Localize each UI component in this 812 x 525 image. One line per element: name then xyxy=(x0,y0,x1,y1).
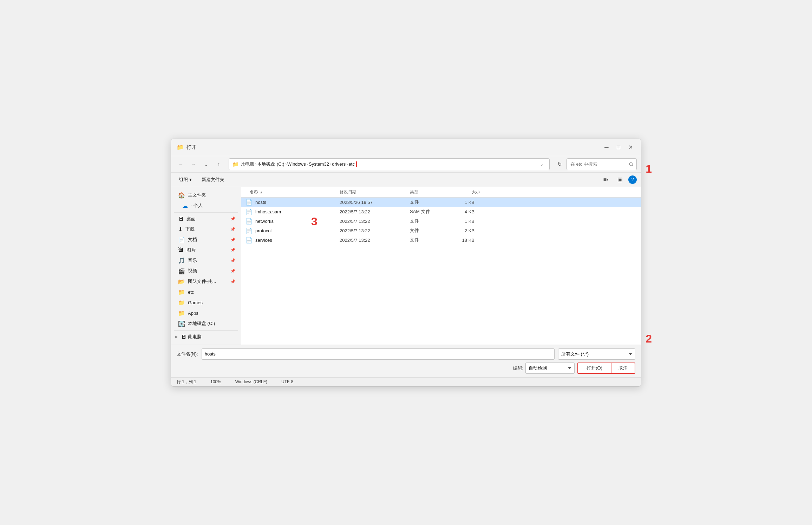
action-buttons: 打开(O) 取消 xyxy=(577,363,635,374)
sidebar-home-label: 主文件夹 xyxy=(188,192,235,198)
music-icon: 🎵 xyxy=(178,257,185,264)
file-type-protocol: 文件 xyxy=(410,227,452,234)
file-name-protocol: protocol xyxy=(255,228,271,233)
sidebar: 🏠 主文件夹 ☁ - 个人 🖥 桌面 📌 ⬇ 下载 xyxy=(171,187,241,345)
filename-input[interactable] xyxy=(202,348,555,360)
file-type-services: 文件 xyxy=(410,237,452,243)
sidebar-item-home[interactable]: 🏠 主文件夹 xyxy=(172,190,240,200)
home-icon: 🏠 xyxy=(178,192,185,199)
window-title: 打开 xyxy=(186,144,599,151)
sidebar-item-pictures[interactable]: 🖼 图片 📌 xyxy=(172,245,240,255)
file-date-hosts: 2023/5/26 19:57 xyxy=(340,200,410,205)
pin-icon: 📌 xyxy=(230,217,235,221)
breadcrumb-c[interactable]: 本地磁盘 (C:) xyxy=(257,161,284,167)
breadcrumb-windows[interactable]: Windows xyxy=(287,161,306,167)
file-size-services: 18 KB xyxy=(452,238,480,243)
sidebar-onedrive-label: - 个人 xyxy=(191,202,235,209)
sidebar-item-downloads[interactable]: ⬇ 下载 📌 xyxy=(172,224,240,234)
sidebar-item-music[interactable]: 🎵 音乐 📌 xyxy=(172,255,240,266)
file-date-networks: 2022/5/7 13:22 xyxy=(340,219,410,224)
file-size-hosts: 1 KB xyxy=(452,200,480,205)
file-name-networks: networks xyxy=(255,219,274,224)
new-folder-button[interactable]: 新建文件夹 xyxy=(198,175,228,184)
local-disk-icon: 💽 xyxy=(178,320,185,327)
col-size-header[interactable]: 大小 xyxy=(452,189,480,195)
close-button[interactable]: ✕ xyxy=(626,142,635,152)
status-position: 行 1，列 1 xyxy=(177,379,196,385)
refresh-button[interactable]: ↻ xyxy=(554,159,565,170)
organize-button[interactable]: 组织 ▾ xyxy=(175,175,195,184)
help-icon-button[interactable]: ? xyxy=(628,175,637,184)
cursor-indicator xyxy=(356,161,357,167)
history-dropdown-button[interactable]: ⌄ xyxy=(201,159,212,170)
sidebar-this-pc-label: 此电脑 xyxy=(188,334,237,340)
desktop-icon: 🖥 xyxy=(178,216,184,222)
sidebar-local-disk-label: 本地磁盘 (C:) xyxy=(188,320,235,327)
forward-button[interactable]: → xyxy=(188,159,199,170)
sidebar-this-pc-header[interactable]: ▶ 🖥 此电脑 xyxy=(171,332,241,342)
table-row[interactable]: 📄 protocol 2022/5/7 13:22 文件 2 KB xyxy=(241,226,641,235)
window-controls: ─ □ ✕ xyxy=(602,142,635,152)
minimize-button[interactable]: ─ xyxy=(602,142,611,152)
status-zoom: 100% xyxy=(210,379,221,384)
col-date-header[interactable]: 修改日期 xyxy=(340,189,410,195)
sidebar-item-onedrive[interactable]: ☁ - 个人 xyxy=(172,201,240,211)
sidebar-music-label: 音乐 xyxy=(188,257,228,264)
pin-icon-7: 📌 xyxy=(230,279,235,284)
sidebar-games-label: Games xyxy=(188,300,235,305)
pane-icon-button[interactable]: ▣ xyxy=(614,174,626,185)
new-folder-label: 新建文件夹 xyxy=(202,177,224,183)
downloads-icon: ⬇ xyxy=(178,226,183,233)
sidebar-videos-label: 视频 xyxy=(188,268,228,274)
address-dropdown-button[interactable]: ⌄ xyxy=(537,160,546,168)
annotation-2: 2 xyxy=(646,332,652,345)
up-button[interactable]: ↑ xyxy=(213,159,224,170)
sidebar-desktop-label: 桌面 xyxy=(186,216,228,222)
address-bar[interactable]: 📁 此电脑 › 本地磁盘 (C:) › Windows › System32 ›… xyxy=(229,158,550,170)
file-name-lmhosts: lmhosts.sam xyxy=(255,209,281,214)
sidebar-item-local-disk[interactable]: 💽 本地磁盘 (C:) xyxy=(172,319,240,329)
sidebar-item-documents[interactable]: 📄 文档 📌 xyxy=(172,235,240,245)
file-list-header: 名称 ▲ 修改日期 类型 大小 xyxy=(241,187,641,198)
file-size-lmhosts: 4 KB xyxy=(452,209,480,214)
sidebar-item-apps[interactable]: 📁 Apps xyxy=(172,308,240,318)
maximize-button[interactable]: □ xyxy=(614,142,623,152)
open-button[interactable]: 打开(O) xyxy=(577,363,611,374)
sidebar-item-desktop[interactable]: 🖥 桌面 📌 xyxy=(172,214,240,224)
file-doc-icon: 📄 xyxy=(245,237,253,244)
sidebar-item-games[interactable]: 📁 Games xyxy=(172,298,240,308)
videos-icon: 🎬 xyxy=(178,268,185,274)
apps-folder-icon: 📁 xyxy=(178,310,185,317)
sidebar-item-etc[interactable]: 📁 etc xyxy=(172,287,240,297)
col-name-header[interactable]: 名称 ▲ xyxy=(241,189,340,195)
view-icon-button[interactable]: ≡ ▾ xyxy=(600,174,611,185)
window-icon: 📁 xyxy=(177,144,184,151)
expand-icon: ▶ xyxy=(174,334,179,340)
encoding-select[interactable]: 自动检测 UTF-8 GBK xyxy=(525,363,575,374)
cancel-button[interactable]: 取消 xyxy=(611,363,635,374)
table-row[interactable]: 📄 lmhosts.sam 2022/5/7 13:22 SAM 文件 4 KB xyxy=(241,207,641,217)
table-row[interactable]: 📄 services 2022/5/7 13:22 文件 18 KB xyxy=(241,235,641,245)
sidebar-item-videos[interactable]: 🎬 视频 📌 xyxy=(172,266,240,276)
filetype-select[interactable]: 所有文件 (*.*) xyxy=(558,348,635,360)
sort-asc-icon: ▲ xyxy=(260,190,263,194)
file-name-services: services xyxy=(255,238,272,243)
search-input[interactable] xyxy=(567,158,637,170)
pin-icon-6: 📌 xyxy=(230,269,235,273)
sidebar-item-team-files[interactable]: 📂 团队文件-共... 📌 xyxy=(172,277,240,287)
table-row[interactable]: 📄 hosts 2023/5/26 19:57 文件 1 KB xyxy=(241,198,641,207)
pane-icon: ▣ xyxy=(617,176,623,183)
file-size-networks: 1 KB xyxy=(452,219,480,224)
breadcrumb-drivers[interactable]: drivers xyxy=(332,161,346,167)
file-cell-name: 📄 protocol xyxy=(241,227,340,234)
organize-label: 组织 xyxy=(179,177,188,183)
toolbar: ← → ⌄ ↑ 📁 此电脑 › 本地磁盘 (C:) › Windows › Sy… xyxy=(171,156,641,173)
help-icon: ? xyxy=(631,177,634,182)
col-type-header[interactable]: 类型 xyxy=(410,189,452,195)
table-row[interactable]: 📄 networks 2022/5/7 13:22 文件 1 KB xyxy=(241,217,641,226)
breadcrumb-etc[interactable]: etc xyxy=(349,161,355,167)
back-button[interactable]: ← xyxy=(175,159,186,170)
breadcrumb-this-pc[interactable]: 此电脑 xyxy=(241,161,254,167)
breadcrumb-system32[interactable]: System32 xyxy=(309,161,329,167)
file-doc-icon: 📄 xyxy=(245,199,253,206)
